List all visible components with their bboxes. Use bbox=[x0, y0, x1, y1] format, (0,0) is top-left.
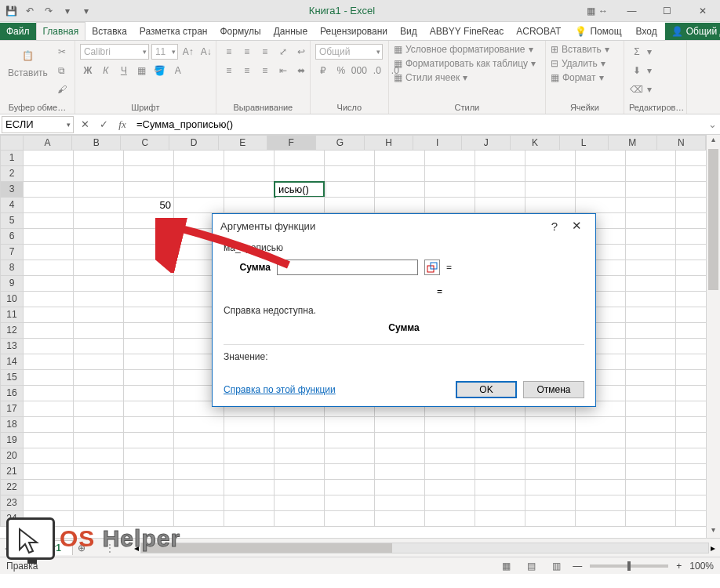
cell-f3[interactable]: исью() bbox=[276, 182, 326, 198]
cut-icon[interactable]: ✂ bbox=[54, 44, 70, 60]
save-icon[interactable]: 💾 bbox=[5, 5, 17, 17]
format-cells[interactable]: ▦Формат▾ bbox=[551, 72, 619, 83]
collapse-dialog-icon[interactable] bbox=[424, 260, 440, 275]
redo-icon[interactable]: ↷ bbox=[42, 5, 55, 17]
align-center-icon[interactable]: ≡ bbox=[239, 63, 255, 78]
page-layout-view-icon[interactable]: ▤ bbox=[522, 559, 540, 573]
row-header-5[interactable]: 5 bbox=[0, 213, 24, 229]
zoom-slider[interactable] bbox=[590, 564, 668, 568]
col-header-I[interactable]: I bbox=[413, 135, 462, 151]
dialog-arg-input[interactable] bbox=[277, 260, 418, 275]
col-header-K[interactable]: K bbox=[511, 135, 559, 151]
row-header-1[interactable]: 1 bbox=[0, 151, 24, 166]
conditional-formatting[interactable]: ▦Условное форматирование▾ bbox=[394, 44, 540, 55]
col-header-A[interactable]: A bbox=[24, 135, 72, 151]
row-header-15[interactable]: 15 bbox=[0, 370, 24, 386]
customize-qat-icon[interactable]: ▾ bbox=[61, 5, 74, 17]
insert-cells[interactable]: ⊞Вставить▾ bbox=[551, 44, 619, 55]
row-header-23[interactable]: 23 bbox=[0, 495, 24, 511]
underline-button[interactable]: Ч bbox=[116, 63, 132, 78]
row-header-2[interactable]: 2 bbox=[0, 166, 24, 182]
sign-in[interactable]: Вход bbox=[630, 23, 664, 40]
tab-review[interactable]: Рецензировани bbox=[314, 23, 394, 40]
row-header-17[interactable]: 17 bbox=[0, 401, 24, 417]
zoom-thumb[interactable] bbox=[627, 561, 631, 571]
maximize-button[interactable]: ☐ bbox=[649, 0, 685, 22]
scroll-right-icon[interactable]: ▸ bbox=[711, 543, 715, 554]
dialog-cancel-button[interactable]: Отмена bbox=[523, 381, 584, 398]
number-format-combo[interactable]: Общий bbox=[315, 44, 383, 60]
col-header-G[interactable]: G bbox=[316, 135, 365, 151]
formula-input[interactable] bbox=[132, 116, 704, 133]
increase-decimal-icon[interactable]: .0 bbox=[369, 63, 385, 78]
tab-formulas[interactable]: Формулы bbox=[213, 23, 267, 40]
ribbon-arrow-icon[interactable]: ↔ bbox=[598, 5, 608, 16]
row-header-6[interactable]: 6 bbox=[0, 229, 24, 245]
decrease-font-icon[interactable]: A↓ bbox=[198, 44, 214, 60]
orientation-icon[interactable]: ⤢ bbox=[275, 44, 291, 60]
align-bottom-icon[interactable]: ≡ bbox=[257, 44, 273, 60]
zoom-level[interactable]: 100% bbox=[689, 561, 714, 572]
hscroll-track[interactable] bbox=[140, 543, 709, 554]
row-header-19[interactable]: 19 bbox=[0, 433, 24, 448]
row-header-20[interactable]: 20 bbox=[0, 448, 24, 464]
align-right-icon[interactable]: ≡ bbox=[257, 63, 273, 78]
horizontal-scrollbar[interactable]: ◂ ▸ bbox=[129, 543, 720, 554]
row-header-14[interactable]: 14 bbox=[0, 354, 24, 370]
scroll-up-icon[interactable]: ▴ bbox=[707, 135, 720, 147]
close-button[interactable]: ✕ bbox=[685, 0, 720, 22]
col-header-M[interactable]: M bbox=[609, 135, 657, 151]
row-header-21[interactable]: 21 bbox=[0, 464, 24, 480]
tab-abbyy[interactable]: ABBYY FineReac bbox=[424, 23, 511, 40]
font-size-combo[interactable]: 11 bbox=[151, 44, 178, 60]
tab-data[interactable]: Данные bbox=[267, 23, 314, 40]
scroll-down-icon[interactable]: ▾ bbox=[707, 525, 720, 538]
vertical-scrollbar[interactable]: ▴ ▾ bbox=[706, 135, 720, 538]
col-header-D[interactable]: D bbox=[169, 135, 218, 151]
name-box[interactable]: ЕСЛИ bbox=[2, 116, 74, 133]
dialog-ok-button[interactable]: OK bbox=[456, 381, 517, 398]
qat-dropdown-icon[interactable]: ▾ bbox=[80, 5, 93, 17]
comma-icon[interactable]: 000 bbox=[351, 63, 367, 78]
align-top-icon[interactable]: ≡ bbox=[221, 44, 237, 60]
row-header-9[interactable]: 9 bbox=[0, 276, 24, 292]
font-color-icon[interactable]: A bbox=[170, 63, 186, 78]
font-name-combo[interactable]: Calibri bbox=[80, 44, 149, 60]
italic-button[interactable]: К bbox=[98, 63, 114, 78]
share-button[interactable]: 👤 Общий доступ bbox=[665, 23, 720, 40]
row-header-18[interactable]: 18 bbox=[0, 417, 24, 433]
align-middle-icon[interactable]: ≡ bbox=[239, 44, 255, 60]
dialog-close-icon[interactable]: ✕ bbox=[565, 219, 587, 233]
col-header-E[interactable]: E bbox=[219, 135, 267, 151]
cancel-formula-icon[interactable]: ✕ bbox=[75, 115, 94, 134]
paste-button[interactable]: 📋 Вставить bbox=[5, 44, 51, 80]
row-header-7[interactable]: 7 bbox=[0, 245, 24, 260]
undo-icon[interactable]: ↶ bbox=[24, 5, 36, 17]
currency-icon[interactable]: ₽ bbox=[315, 63, 331, 78]
increase-font-icon[interactable]: A↑ bbox=[180, 44, 196, 60]
col-header-J[interactable]: J bbox=[462, 135, 511, 151]
col-header-L[interactable]: L bbox=[560, 135, 609, 151]
row-header-3[interactable]: 3 bbox=[0, 182, 24, 198]
tell-me[interactable]: 💡Помощ bbox=[569, 23, 627, 40]
tab-view[interactable]: Вид bbox=[394, 23, 424, 40]
tab-home[interactable]: Главная bbox=[36, 22, 86, 40]
insert-function-icon[interactable]: fx bbox=[113, 115, 132, 134]
indent-decrease-icon[interactable]: ⇤ bbox=[275, 63, 291, 78]
dialog-titlebar[interactable]: Аргументы функции ? ✕ bbox=[213, 214, 595, 238]
cell-c4[interactable]: 50 bbox=[124, 198, 174, 213]
minimize-button[interactable]: — bbox=[614, 0, 649, 22]
wrap-text-icon[interactable]: ↩ bbox=[293, 44, 309, 60]
fill-color-icon[interactable]: 🪣 bbox=[152, 63, 168, 78]
row-header-10[interactable]: 10 bbox=[0, 292, 24, 307]
format-painter-icon[interactable]: 🖌 bbox=[54, 82, 70, 97]
zoom-in-icon[interactable]: + bbox=[676, 561, 682, 572]
merge-icon[interactable]: ⬌ bbox=[293, 63, 309, 78]
dialog-help-icon[interactable]: ? bbox=[544, 220, 565, 233]
dialog-help-link[interactable]: Справка по этой функции bbox=[224, 384, 336, 395]
col-header-H[interactable]: H bbox=[365, 135, 413, 151]
ribbon-options-icon[interactable]: ▦ bbox=[587, 5, 595, 16]
tab-file[interactable]: Файл bbox=[0, 23, 36, 40]
tab-page-layout[interactable]: Разметка стран bbox=[133, 23, 214, 40]
vscroll-thumb[interactable] bbox=[708, 149, 718, 290]
